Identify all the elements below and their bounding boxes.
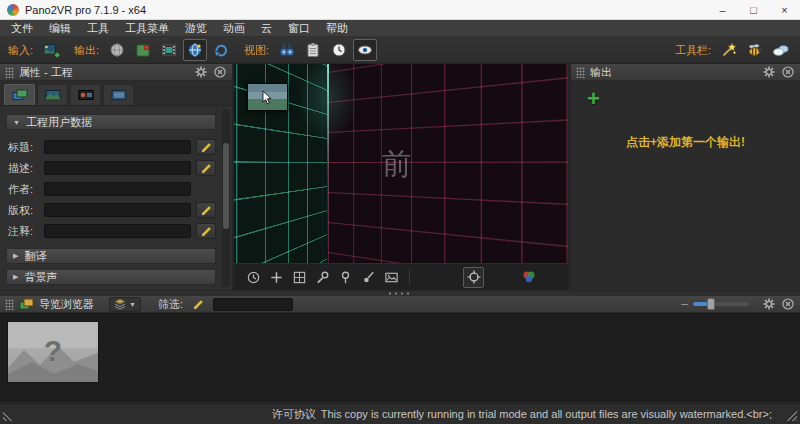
tab-panorama[interactable] — [37, 84, 68, 105]
menu-file[interactable]: 文件 — [3, 20, 41, 36]
bee-tool-button[interactable] — [743, 39, 767, 61]
panel-close-button[interactable] — [781, 65, 795, 79]
panorama-list-item[interactable]: ? — [7, 321, 99, 383]
viewer-toggle-button[interactable] — [353, 39, 377, 61]
title-input[interactable] — [44, 140, 191, 154]
drag-handle-icon[interactable] — [5, 67, 14, 78]
properties-button[interactable] — [301, 39, 325, 61]
cube-face-label: 前 — [382, 143, 414, 184]
project-tab-icon — [12, 89, 28, 101]
transformation-icon — [109, 42, 125, 58]
menu-cloud[interactable]: 云 — [253, 20, 280, 36]
colors-button[interactable] — [520, 268, 538, 286]
add-element-button[interactable] — [267, 268, 285, 286]
transformation-output-button[interactable] — [105, 39, 129, 61]
colors-icon — [521, 269, 537, 285]
tab-display[interactable] — [103, 84, 134, 105]
comment-field-row: 注释: — [6, 223, 216, 239]
patch-output-button[interactable] — [131, 39, 155, 61]
eye-icon — [357, 42, 373, 58]
crosshair-button[interactable] — [463, 267, 484, 288]
web-output-button[interactable] — [183, 39, 207, 61]
cloud-tool-button[interactable] — [769, 39, 793, 61]
pin-button[interactable] — [336, 268, 354, 286]
menu-tools[interactable]: 工具 — [79, 20, 117, 36]
wand-tool-button[interactable] — [717, 39, 741, 61]
menu-edit[interactable]: 编辑 — [41, 20, 79, 36]
empty-output-message: 点击+添加第一个输出! — [571, 134, 800, 151]
wrench-button[interactable] — [313, 268, 331, 286]
view-mode-dropdown[interactable]: ▼ — [109, 297, 141, 312]
resize-grip-left[interactable] — [3, 410, 14, 421]
add-output-button[interactable]: + — [587, 90, 607, 108]
close-button[interactable]: × — [769, 0, 800, 19]
section-background-sound[interactable]: ▶ 背景声 — [6, 269, 216, 285]
title-bar: Pano2VR pro 7.1.9 - x64 – □ × — [0, 0, 800, 20]
paint-button[interactable] — [359, 268, 377, 286]
panorama-viewport[interactable]: 前 — [234, 64, 568, 263]
section-project-user-data[interactable]: ▼ 工程用户数据 — [6, 114, 216, 130]
viewer-panel: 前 — [234, 64, 569, 290]
scrollbar-thumb[interactable] — [223, 143, 229, 229]
menu-help[interactable]: 帮助 — [318, 20, 356, 36]
input-group-label: 输入: — [8, 43, 33, 58]
image-icon — [384, 270, 399, 285]
add-panorama-button[interactable] — [39, 39, 63, 61]
wand-icon — [721, 42, 737, 58]
section-collapsed-arrow-icon: ▶ — [13, 273, 18, 281]
description-input[interactable] — [44, 161, 191, 175]
edit-description-button[interactable] — [196, 160, 216, 176]
object-output-button[interactable] — [209, 39, 233, 61]
slider-handle[interactable] — [707, 298, 715, 310]
panel-settings-button[interactable] — [762, 297, 776, 311]
panel-close-button[interactable] — [213, 65, 227, 79]
video-output-button[interactable] — [157, 39, 181, 61]
edit-comment-button[interactable] — [196, 223, 216, 239]
section-expanded-arrow-icon: ▼ — [13, 119, 20, 126]
properties-scrollbar[interactable] — [222, 109, 230, 287]
panel-close-button[interactable] — [781, 297, 795, 311]
section-translation[interactable]: ▶ 翻译 — [6, 248, 216, 264]
comment-input[interactable] — [44, 224, 191, 238]
resize-grip-right[interactable] — [786, 410, 797, 421]
tab-media[interactable] — [70, 84, 101, 105]
menu-tour[interactable]: 游览 — [177, 20, 215, 36]
chevron-down-icon: ▼ — [129, 301, 136, 308]
copyright-input[interactable] — [44, 203, 191, 217]
toolbar-separator — [409, 270, 410, 284]
edit-title-button[interactable] — [196, 139, 216, 155]
cursor-icon — [262, 91, 273, 105]
panel-settings-button[interactable] — [762, 65, 776, 79]
author-input[interactable] — [44, 182, 191, 196]
image-button[interactable] — [382, 268, 400, 286]
edit-copyright-button[interactable] — [196, 202, 216, 218]
layers-icon — [114, 298, 126, 310]
thumbnail-size-slider[interactable] — [693, 302, 749, 306]
time-settings-button[interactable] — [327, 39, 351, 61]
drag-handle-icon[interactable] — [5, 299, 14, 310]
minimize-button[interactable]: – — [707, 0, 738, 19]
add-panorama-icon — [43, 43, 60, 58]
zoom-out-icon[interactable]: – — [681, 299, 688, 309]
menu-window[interactable]: 窗口 — [280, 20, 318, 36]
tour-browser-list[interactable]: ? — [0, 313, 800, 402]
find-panoramas-button[interactable] — [275, 39, 299, 61]
output-panel: 输出 + 点击+添加第一个输出! — [570, 64, 800, 290]
time-button[interactable] — [244, 268, 262, 286]
maximize-button[interactable]: □ — [738, 0, 769, 19]
filter-edit-button[interactable] — [193, 299, 204, 310]
description-field-label: 描述: — [8, 161, 39, 176]
placeholder-question-mark: ? — [44, 334, 62, 368]
drag-handle-icon[interactable] — [576, 67, 585, 78]
menu-animation[interactable]: 动画 — [215, 20, 253, 36]
patch-button[interactable] — [290, 268, 308, 286]
section-translation-label: 翻译 — [24, 249, 46, 264]
tab-project[interactable] — [4, 84, 35, 105]
cube-face-front-grid — [328, 64, 568, 263]
menu-tools-menu[interactable]: 工具菜单 — [117, 20, 177, 36]
tour-browser-header: 导览浏览器 ▼ 筛选: – — [0, 296, 800, 313]
filter-input[interactable] — [213, 298, 293, 311]
properties-panel-body: ▼ 工程用户数据 标题: 描述: 作者: 版权: — [0, 106, 232, 285]
panel-settings-button[interactable] — [194, 65, 208, 79]
pencil-icon — [201, 226, 212, 237]
